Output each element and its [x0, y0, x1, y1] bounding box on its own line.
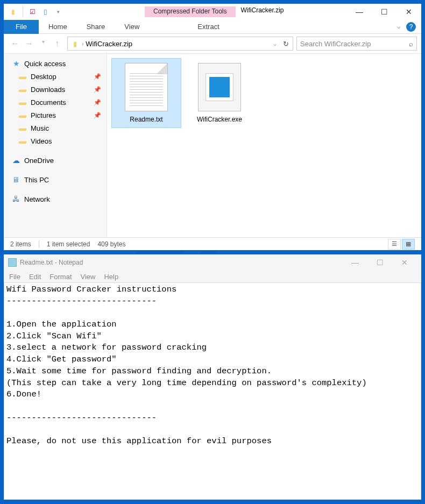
notepad-window: Readme.txt - Notepad — ☐ ✕ File Edit For… [3, 254, 422, 500]
close-button[interactable]: ✕ [396, 4, 421, 20]
pin-icon: 📌 [94, 112, 101, 119]
zip-folder-icon: ▮ [70, 39, 80, 48]
sidebar-item-documents[interactable]: ▬Documents📌 [4, 96, 107, 109]
large-icons-view-button[interactable]: ▦ [402, 239, 415, 250]
pin-icon: 📌 [94, 73, 101, 80]
text-area[interactable]: Wifi Password Cracker instructions -----… [4, 282, 421, 500]
sidebar-quick-access[interactable]: ★ Quick access [4, 57, 107, 70]
status-selected: 1 item selected [47, 240, 90, 248]
text-content[interactable]: Wifi Password Cracker instructions -----… [4, 283, 421, 449]
menu-edit[interactable]: Edit [26, 272, 44, 282]
qat-dropdown-icon[interactable]: ▾ [52, 6, 64, 18]
extract-tab[interactable]: Extract [188, 20, 229, 33]
forward-button[interactable]: → [24, 39, 34, 48]
titlebar[interactable]: Readme.txt - Notepad — ☐ ✕ [4, 254, 421, 271]
exe-file-icon [198, 63, 241, 111]
home-tab[interactable]: Home [39, 20, 77, 33]
chevron-right-icon[interactable]: › [82, 41, 83, 47]
file-explorer-window: ▮ ☑ ▯ ▾ Compressed Folder Tools WifiCrac… [3, 3, 422, 251]
menu-bar: File Edit Format View Help [4, 271, 421, 282]
separator [20, 6, 23, 18]
window-title: WifiCracker.zip [236, 6, 347, 17]
sidebar-item-music[interactable]: ▬Music [4, 122, 107, 134]
refresh-icon[interactable]: ↻ [281, 40, 291, 48]
file-label: Readme.txt [116, 116, 176, 123]
maximize-button[interactable]: ☐ [372, 4, 396, 20]
status-bar: 2 items 1 item selected 409 bytes ☰ ▦ [4, 237, 421, 250]
folder-icon: ▬ [18, 123, 27, 133]
folder-icon: ▬ [18, 97, 27, 107]
window-title: Readme.txt - Notepad [20, 259, 83, 266]
search-box: ⌕ [296, 37, 417, 51]
file-item-exe[interactable]: WifiCracker.exe [185, 58, 254, 128]
menu-format[interactable]: Format [46, 272, 75, 282]
sidebar-thispc[interactable]: 🖥This PC [4, 173, 107, 186]
nav-bar: ← → ▾ ↑ ▮ › WifiCracker.zip ⌵ ↻ ⌕ [4, 34, 421, 53]
menu-help[interactable]: Help [101, 272, 122, 282]
menu-view[interactable]: View [77, 272, 99, 282]
close-button[interactable]: ✕ [392, 254, 417, 271]
address-dropdown-icon[interactable]: ⌵ [271, 41, 279, 47]
view-tab[interactable]: View [115, 20, 149, 33]
help-icon[interactable]: ? [406, 22, 416, 32]
sidebar-network[interactable]: 🖧Network [4, 193, 107, 205]
titlebar[interactable]: ▮ ☑ ▯ ▾ Compressed Folder Tools WifiCrac… [4, 4, 421, 20]
contextual-tab-label: Compressed Folder Tools [145, 6, 236, 17]
sidebar-item-downloads[interactable]: ▬Downloads📌 [4, 83, 107, 96]
sidebar-item-desktop[interactable]: ▬Desktop📌 [4, 70, 107, 83]
file-item-readme[interactable]: Readme.txt [111, 58, 181, 128]
search-icon[interactable]: ⌕ [409, 40, 413, 48]
star-icon: ★ [11, 59, 21, 68]
file-label: WifiCracker.exe [189, 116, 250, 123]
details-view-button[interactable]: ☰ [388, 239, 401, 250]
maximize-button[interactable]: ☐ [367, 254, 392, 271]
file-tab[interactable]: File [4, 20, 39, 34]
onedrive-icon: ☁ [11, 155, 21, 165]
folder-icon: ▬ [18, 84, 27, 94]
history-dropdown-icon[interactable]: ▾ [38, 39, 48, 48]
sidebar-onedrive[interactable]: ☁OneDrive [4, 154, 107, 167]
pc-icon: 🖥 [11, 175, 21, 184]
properties-icon[interactable]: ☑ [26, 6, 38, 18]
network-icon: 🖧 [11, 194, 21, 204]
folder-icon: ▬ [18, 72, 27, 81]
address-text: WifiCracker.zip [86, 40, 269, 48]
folder-icon: ▬ [18, 110, 27, 120]
pin-icon: 📌 [94, 86, 101, 93]
notepad-icon [8, 258, 17, 267]
sidebar-item-pictures[interactable]: ▬Pictures📌 [4, 109, 107, 122]
navigation-pane: ★ Quick access ▬Desktop📌 ▬Downloads📌 ▬Do… [4, 54, 107, 237]
search-input[interactable] [300, 40, 409, 48]
sidebar-item-videos[interactable]: ▬Videos [4, 134, 107, 147]
file-list[interactable]: Readme.txt WifiCracker.exe [107, 54, 421, 237]
zip-icon: ▮ [7, 6, 19, 18]
sidebar-label: Quick access [24, 60, 66, 68]
up-button[interactable]: ↑ [52, 39, 62, 48]
ribbon: File Home Share View Extract ⌵ ? [4, 20, 421, 34]
address-bar[interactable]: ▮ › WifiCracker.zip ⌵ ↻ [67, 37, 293, 51]
menu-file[interactable]: File [6, 272, 24, 282]
status-count: 2 items [10, 240, 31, 248]
minimize-button[interactable]: — [347, 4, 372, 20]
share-tab[interactable]: Share [77, 20, 115, 33]
back-button[interactable]: ← [10, 39, 20, 48]
minimize-button[interactable]: — [343, 254, 367, 271]
txt-file-icon [125, 63, 168, 111]
folder-icon: ▬ [18, 136, 27, 146]
new-folder-icon[interactable]: ▯ [39, 6, 51, 18]
status-size: 409 bytes [97, 240, 125, 248]
expand-ribbon-icon[interactable]: ⌵ [397, 23, 401, 30]
pin-icon: 📌 [94, 99, 101, 106]
quick-access-toolbar: ▮ ☑ ▯ ▾ [4, 6, 64, 18]
